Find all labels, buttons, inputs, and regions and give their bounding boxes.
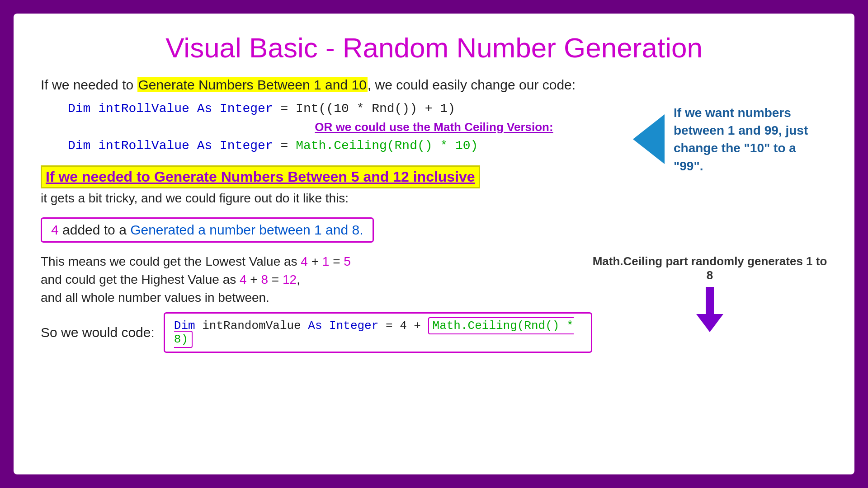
pink-box: 4 added to a Generated a number between … [41, 217, 374, 243]
arrow-left-icon [633, 114, 665, 164]
section2-sub: it gets a bit tricky, and we could figur… [41, 191, 827, 206]
pink-box-text: added to a [59, 222, 130, 237]
arrow-shaft [706, 287, 714, 314]
code1-equals: = Int((10 * Rnd()) + 1) [281, 102, 455, 116]
body-line-2: and could get the Highest Value as 4 + 8… [41, 272, 592, 287]
code2-dim: Dim intRollValue As Integer [68, 139, 273, 153]
math-note: Math.Ceiling part randomly generates 1 t… [592, 254, 827, 282]
intro-after: , we could easily change our code: [368, 77, 576, 92]
intro-paragraph: If we needed to Generate Numbers Between… [41, 77, 827, 93]
lower-left: This means we could get the Lowest Value… [41, 254, 592, 353]
arrow-annotation: If we want numbers between 1 and 99, jus… [633, 104, 818, 175]
lower-section: This means we could get the Lowest Value… [41, 254, 827, 353]
code1-text: Dim intRollValue As Integer [68, 102, 273, 116]
intro-before: If we needed to [41, 77, 137, 92]
body-line-1: This means we could get the Lowest Value… [41, 254, 592, 269]
final-code-equals: = 4 + [386, 319, 428, 333]
arrow-note-text: If we want numbers between 1 and 99, jus… [674, 104, 818, 175]
section2-highlight: If we needed to Generate Numbers Between… [41, 165, 480, 188]
arrow-down [592, 287, 827, 332]
code2-equals: = [281, 139, 296, 153]
body-line-3: and all whole number values in between. [41, 291, 592, 305]
code2-math: Math.Ceiling(Rnd() * 10) [296, 139, 478, 153]
lower-right: Math.Ceiling part randomly generates 1 t… [592, 254, 827, 337]
slide: Visual Basic - Random Number Generation … [14, 14, 854, 474]
so-we-row: So we would code: Dim intRandomValue As … [41, 312, 592, 353]
pink-box-num: 4 [51, 222, 59, 237]
intro-highlight: Generate Numbers Between 1 and 10 [137, 77, 368, 92]
pink-box-colored: Generated a number between 1 and 8. [130, 222, 363, 237]
so-we-label: So we would code: [41, 325, 155, 340]
final-code-prefix: Dim intRandomValue As Integer [174, 319, 379, 333]
page-title: Visual Basic - Random Number Generation [41, 32, 827, 64]
arrow-head [696, 314, 723, 332]
final-code-box: Dim intRandomValue As Integer = 4 + Math… [164, 312, 592, 353]
